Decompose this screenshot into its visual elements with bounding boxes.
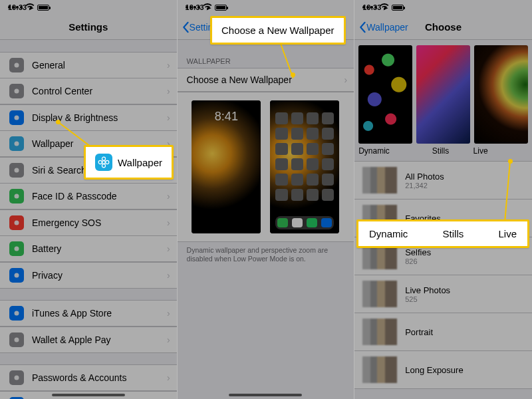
svg-point-20 (106, 160, 109, 164)
faceid-icon (9, 189, 24, 203)
sliders-icon (9, 84, 24, 98)
settings-row-control-center[interactable]: Control Center› (0, 78, 177, 104)
callout-stills: Stills (443, 228, 464, 239)
photo-albums-list: All Photos21,342FavoritesSelfies826Live … (354, 161, 532, 389)
settings-row-passwords-accounts[interactable]: Passwords & Accounts› (0, 364, 177, 391)
album-row-all-photos[interactable]: All Photos21,342 (354, 161, 532, 199)
category-live[interactable] (474, 45, 528, 144)
wifi-icon (203, 3, 212, 11)
chevron-right-icon: › (167, 112, 170, 123)
settings-row-wallet-apple-pay[interactable]: Wallet & Apple Pay› (0, 327, 177, 353)
sos-icon (9, 215, 24, 230)
settings-row-face-id-passcode[interactable]: Face ID & Passcode› (0, 183, 177, 209)
chevron-right-icon: › (167, 308, 170, 319)
label-live: Live (468, 146, 528, 156)
siri-icon (9, 163, 24, 178)
row-label: Wallet & Apple Pay (32, 334, 111, 345)
chevron-right-icon: › (167, 191, 170, 201)
chevron-right-icon: › (344, 74, 348, 85)
album-meta: All Photos21,342 (405, 172, 444, 190)
panel-wallpaper: 10:33 Settings WALLPAPER Choose a New Wa… (178, 0, 355, 399)
svg-point-9 (15, 311, 19, 316)
wifi-icon (380, 3, 389, 11)
svg-point-19 (98, 160, 102, 164)
label-dynamic: Dynamic (358, 146, 413, 156)
hand-icon (9, 268, 24, 283)
album-label: Live Photos (405, 285, 450, 295)
album-meta: Selfies826 (405, 247, 431, 265)
back-button[interactable]: Wallpaper (358, 21, 408, 33)
row-label: iTunes & App Store (32, 308, 112, 319)
album-count: 525 (405, 295, 450, 303)
nav-header: Settings (0, 15, 177, 40)
row-label: Privacy (32, 270, 63, 281)
album-row-portrait[interactable]: Portrait (354, 313, 532, 350)
album-row-long-exposure[interactable]: Long Exposure (354, 350, 532, 389)
back-label: Wallpaper (366, 22, 408, 33)
callout-text: Choose a New Wallpaper (221, 25, 334, 36)
svg-point-8 (15, 273, 19, 277)
callout-live: Live (498, 228, 517, 239)
chevron-right-icon: › (167, 334, 170, 345)
wifi-icon (25, 3, 35, 11)
panel-choose: 10:33 Wallpaper Choose Dynamic Stills (354, 0, 532, 399)
page-title: Choose (425, 21, 462, 33)
nav-header: Wallpaper Choose (354, 15, 532, 40)
panel-settings: 10:33 Settings General›Control Center›Di… (0, 0, 178, 399)
sun-icon (9, 110, 24, 125)
row-label: General (32, 60, 65, 70)
row-label: Battery (32, 243, 61, 254)
album-thumbnail (362, 167, 397, 194)
homescreen-preview[interactable] (270, 100, 339, 233)
choose-wallpaper-row[interactable]: Choose a New Wallpaper › (178, 68, 354, 92)
album-thumbnail (362, 319, 397, 345)
svg-point-11 (15, 376, 19, 380)
settings-row-emergency-sos[interactable]: Emergency SOS› (0, 209, 177, 236)
flower-icon (9, 136, 24, 151)
lockscreen-preview[interactable]: 8:41 (192, 100, 261, 233)
battery-icon (215, 5, 227, 11)
appstore-icon (9, 306, 24, 321)
footnote: Dynamic wallpaper and perspective zoom a… (178, 242, 354, 268)
callout-categories: Dynamic Stills Live (356, 219, 529, 248)
callout-text: Wallpaper (118, 157, 162, 168)
section-header: WALLPAPER (178, 57, 354, 68)
callout-wallpaper: Wallpaper (84, 145, 174, 180)
signal-icon (186, 6, 200, 9)
chevron-right-icon: › (167, 217, 170, 228)
row-label: Wallpaper (32, 138, 74, 149)
settings-row-privacy[interactable]: Privacy› (0, 262, 177, 289)
svg-point-0 (15, 63, 19, 67)
lockscreen-time: 8:41 (192, 110, 261, 124)
chevron-right-icon: › (167, 270, 170, 281)
row-label: Choose a New Wallpaper (187, 74, 292, 85)
album-meta: Long Exposure (405, 365, 463, 375)
album-thumbnail (362, 356, 397, 383)
chevron-right-icon: › (167, 372, 170, 383)
status-bar: 10:33 (178, 0, 354, 15)
status-bar: 10:33 (354, 0, 532, 15)
battery-icon (392, 5, 404, 11)
settings-group-2: iTunes & App Store›Wallet & Apple Pay› (0, 300, 177, 353)
chevron-right-icon: › (167, 60, 170, 70)
category-dynamic[interactable] (358, 45, 412, 144)
settings-row-itunes-app-store[interactable]: iTunes & App Store› (0, 300, 177, 327)
battery-icon (9, 241, 24, 256)
row-label: Passwords & Accounts (32, 372, 126, 383)
category-stills[interactable] (416, 45, 470, 144)
settings-row-general[interactable]: General› (0, 52, 177, 78)
gear-icon (9, 58, 24, 72)
album-label: Long Exposure (405, 365, 463, 375)
home-indicator (229, 394, 302, 396)
battery-icon (37, 5, 49, 11)
svg-point-16 (102, 161, 106, 164)
album-row-live-photos[interactable]: Live Photos525 (354, 275, 532, 313)
wallpaper-preview-pair: 8:41 (178, 92, 354, 242)
chevron-right-icon: › (167, 86, 170, 96)
svg-point-6 (15, 220, 19, 225)
row-label: Display & Brightness (32, 112, 118, 123)
settings-row-battery[interactable]: Battery› (0, 235, 177, 262)
svg-point-10 (15, 337, 19, 342)
row-label: Emergency SOS (32, 217, 101, 228)
settings-row-display-brightness[interactable]: Display & Brightness› (0, 104, 177, 131)
